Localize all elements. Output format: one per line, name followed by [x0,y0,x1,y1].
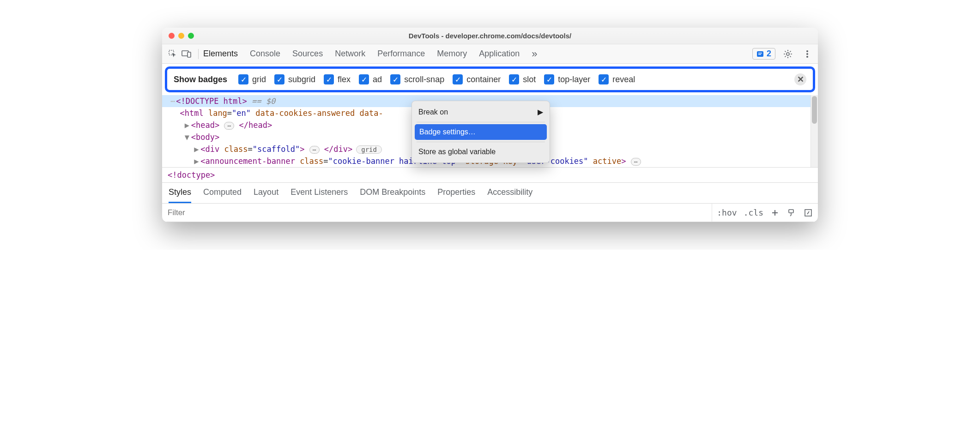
subtab-layout[interactable]: Layout [254,187,278,203]
main-toolbar: Elements Console Sources Network Perform… [162,44,818,64]
panel-tabs: Elements Console Sources Network Perform… [203,48,752,60]
close-icon: ✕ [797,74,804,84]
styles-toolbar-right: :hov .cls [712,204,818,222]
hov-toggle[interactable]: :hov [717,208,737,217]
tab-application[interactable]: Application [479,49,520,59]
check-icon: ✓ [274,74,284,84]
check-icon: ✓ [599,74,609,84]
gear-icon[interactable] [781,47,795,61]
titlebar: DevTools - developer.chrome.com/docs/dev… [162,28,818,44]
svg-rect-8 [789,210,793,213]
subtab-computed[interactable]: Computed [203,187,242,203]
expand-triangle-icon[interactable]: ▶ [194,156,200,166]
subtab-accessibility[interactable]: Accessibility [487,187,532,203]
check-icon: ✓ [324,74,334,84]
dom-breadcrumb[interactable]: <!doctype> [162,167,818,183]
badge-checkbox-subgrid[interactable]: ✓subgrid [274,74,315,84]
issues-button[interactable]: 2 [752,48,775,60]
dom-scrollbar[interactable] [811,95,818,167]
cls-toggle[interactable]: .cls [744,208,763,217]
window-title: DevTools - developer.chrome.com/docs/dev… [162,32,818,40]
tab-console[interactable]: Console [250,49,280,59]
check-icon: ✓ [390,74,400,84]
more-tabs-icon[interactable]: » [532,48,537,60]
expand-triangle-icon[interactable]: ▶ [185,120,191,130]
device-toolbar-icon[interactable] [180,47,194,61]
svg-point-5 [806,50,808,52]
subtab-styles[interactable]: Styles [169,187,191,203]
collapse-triangle-icon[interactable]: ▼ [185,132,191,142]
grid-badge[interactable]: grid [356,145,382,154]
badge-bar-label: Show badges [174,75,227,84]
kebab-menu-icon[interactable] [800,47,814,61]
traffic-lights [169,33,194,39]
styles-filter-input[interactable] [162,208,712,217]
styles-filter-bar: :hov .cls [162,204,818,222]
new-style-rule-icon[interactable] [770,208,780,218]
svg-rect-2 [188,52,191,57]
expand-triangle-icon[interactable]: ▶ [194,144,200,154]
close-window-button[interactable] [169,33,175,39]
badge-checkbox-flex[interactable]: ✓flex [324,74,351,84]
svg-point-7 [806,56,808,58]
tab-elements[interactable]: Elements [203,49,238,59]
dom-tree: ⋯<!DOCTYPE html> == $0 <html lang="en" d… [162,95,818,167]
inspect-element-icon[interactable] [166,47,180,61]
check-icon: ✓ [238,74,248,84]
scrollbar-thumb[interactable] [812,96,817,124]
context-menu-break-on[interactable]: Break on ▶ [412,104,550,120]
badge-checkbox-container[interactable]: ✓container [453,74,501,84]
badge-checkbox-scroll-snap[interactable]: ✓scroll-snap [390,74,444,84]
check-icon: ✓ [359,74,369,84]
ellipsis-badge[interactable]: ⋯ [224,122,234,130]
computed-panel-icon[interactable] [803,208,813,218]
minimize-window-button[interactable] [178,33,184,39]
svg-rect-3 [757,51,763,57]
ellipsis-icon: ⋯ [170,96,176,106]
subtab-properties[interactable]: Properties [437,187,475,203]
toolbar-separator [198,49,199,59]
tab-sources[interactable]: Sources [292,49,323,59]
badge-checkbox-reveal[interactable]: ✓reveal [599,74,635,84]
chevron-right-icon: ▶ [538,108,543,116]
styles-panel-tabs: Styles Computed Layout Event Listeners D… [162,183,818,204]
badge-checkbox-slot[interactable]: ✓slot [509,74,536,84]
maximize-window-button[interactable] [188,33,194,39]
check-icon: ✓ [509,74,519,84]
paint-brush-icon[interactable] [786,208,797,218]
check-icon: ✓ [453,74,463,84]
menu-separator [417,142,545,142]
tab-network[interactable]: Network [335,49,365,59]
subtab-event-listeners[interactable]: Event Listeners [290,187,348,203]
badge-checkbox-ad[interactable]: ✓ad [359,74,382,84]
toolbar-right: 2 [752,47,814,61]
devtools-window: DevTools - developer.chrome.com/docs/dev… [162,28,818,222]
svg-point-4 [786,53,789,55]
badge-checkbox-grid[interactable]: ✓grid [238,74,266,84]
ellipsis-badge[interactable]: ⋯ [309,146,320,154]
issues-count: 2 [767,49,771,59]
context-menu: Break on ▶ Badge settings… Store as glob… [411,101,550,163]
badge-settings-bar: Show badges ✓grid ✓subgrid ✓flex ✓ad ✓sc… [165,66,815,92]
menu-separator [417,122,545,122]
context-menu-badge-settings[interactable]: Badge settings… [415,124,547,140]
subtab-dom-breakpoints[interactable]: DOM Breakpoints [360,187,425,203]
svg-point-6 [806,53,808,55]
context-menu-store-global[interactable]: Store as global variable [412,144,550,160]
check-icon: ✓ [544,74,554,84]
badge-checkbox-top-layer[interactable]: ✓top-layer [544,74,590,84]
tab-performance[interactable]: Performance [377,49,425,59]
close-badge-bar-button[interactable]: ✕ [794,73,806,85]
ellipsis-badge[interactable]: ⋯ [631,158,641,166]
tab-memory[interactable]: Memory [437,49,467,59]
